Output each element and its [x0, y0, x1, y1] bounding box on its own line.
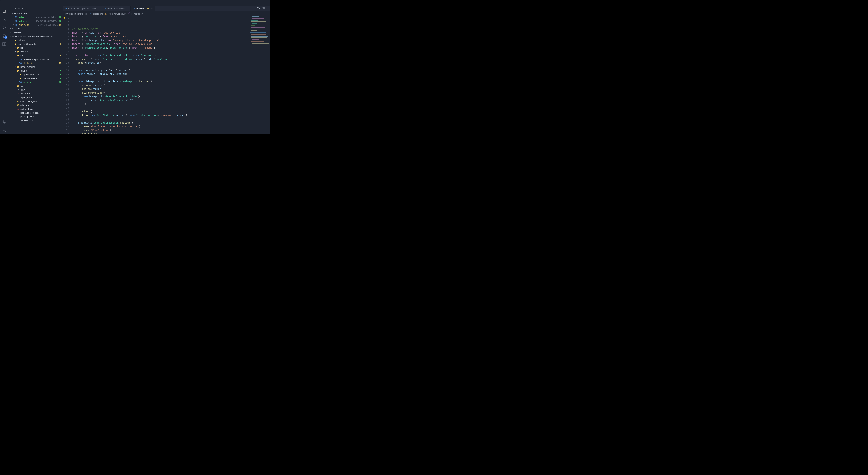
accounts-activity[interactable] — [0, 118, 8, 126]
open-editor-item[interactable]: TSindex.ts~/my-eks-blueprints/tea…U — [8, 19, 63, 23]
file-path: ~/my-eks-blueprints/… — [37, 24, 58, 26]
folder-icon: 📁 — [19, 73, 22, 76]
tree-item[interactable]: ▫.npmignore — [8, 95, 63, 99]
workspace-header[interactable]: ⌄ EC2-USER [SSH: EKS-BLUEPRINT-REMOTE] — [8, 34, 63, 38]
file-icon: ▫ — [17, 111, 20, 114]
run-debug-activity[interactable] — [0, 23, 8, 32]
open-editor-item[interactable]: ×TSpipeline.ts~/my-eks-blueprints/…M — [8, 23, 63, 27]
tree-item[interactable]: ›📁platform-team — [8, 76, 63, 80]
lightbulb-icon[interactable]: 💡 — [63, 16, 66, 20]
git-status: U — [98, 7, 99, 10]
tree-item[interactable]: ›📁application-team — [8, 72, 63, 76]
tree-item[interactable]: ◉jest.config.js — [8, 107, 63, 111]
more-actions-icon[interactable]: ⋯ — [267, 7, 269, 10]
tree-item[interactable]: ›📁cdk.out — [8, 50, 63, 54]
settings-activity[interactable] — [0, 126, 8, 134]
tree-item-label: cdk.out — [21, 50, 61, 53]
svg-point-13 — [257, 7, 258, 8]
gear-icon: ⚙ — [17, 88, 20, 91]
breadcrumb[interactable]: my-eks-blueprints › lib › TS pipeline.ts… — [63, 11, 271, 16]
editor-tab[interactable]: TSindex.ts~/.../teamsU — [101, 5, 130, 11]
menu-button[interactable] — [1, 0, 10, 5]
titlebar — [0, 0, 271, 5]
tree-item[interactable]: ⌄📂teams — [8, 69, 63, 72]
editor-tabs: TSindex.ts~/.../application-teamUTSindex… — [63, 5, 271, 11]
file-icon: ▫ — [17, 115, 20, 118]
outline-header[interactable]: › OUTLINE — [8, 27, 63, 31]
tree-item[interactable]: { }cdk.context.json — [8, 99, 63, 103]
git-status: U — [59, 16, 61, 19]
tree-item[interactable]: ›📁bin — [8, 46, 63, 50]
editor-tab[interactable]: TSpipeline.tsM× — [130, 5, 155, 11]
breadcrumb-item[interactable]: my-eks-blueprints — [65, 12, 83, 15]
source-control-activity[interactable]: 18 — [0, 32, 8, 40]
chevron-down-icon: ⌄ — [14, 54, 17, 57]
tree-item[interactable]: ▫package-lock.json — [8, 111, 63, 115]
tree-item[interactable]: ⚙.env — [8, 88, 63, 92]
breadcrumb-item[interactable]: PipelineConstruct — [108, 12, 126, 15]
breadcrumb-item[interactable]: lib — [85, 12, 88, 15]
svg-rect-7 — [3, 44, 4, 46]
chevron-right-icon: › — [14, 66, 17, 68]
git-status: U — [127, 7, 128, 10]
breadcrumb-item[interactable]: constructor — [131, 12, 142, 15]
ts-file-icon: TS — [19, 81, 22, 84]
tree-item[interactable]: ◆.gitignore — [8, 92, 63, 95]
folder-open-icon: 📂 — [17, 69, 20, 72]
close-icon[interactable]: × — [12, 24, 15, 26]
open-editor-item[interactable]: TSindex.ts~/my-eks-blueprints/tea…U — [8, 15, 63, 19]
chevron-down-icon: ⌄ — [9, 12, 12, 14]
timeline-header[interactable]: › TIMELINE — [8, 31, 63, 34]
tree-item-label: cdk.out — [18, 39, 61, 41]
breadcrumb-item[interactable]: pipeline.ts — [93, 12, 103, 15]
close-icon[interactable]: × — [151, 7, 153, 10]
tree-item[interactable]: ⌄📂my-eks-blueprints — [8, 42, 63, 46]
activitybar: 18 — [0, 5, 8, 134]
chevron-right-icon: › — [14, 46, 17, 49]
tree-item[interactable]: TSmy-eks-blueprints-stack.ts — [8, 57, 63, 61]
chevron-down-icon: ⌄ — [9, 35, 12, 37]
svg-rect-6 — [3, 42, 4, 44]
tab-name: pipeline.ts — [136, 7, 146, 10]
tree-item[interactable]: ›📁test — [8, 84, 63, 88]
tab-actions: ⋯ — [256, 5, 271, 11]
tree-item-label: platform-team — [23, 77, 59, 80]
compare-changes-icon[interactable] — [257, 7, 260, 10]
tree-item[interactable]: TSpipeline.tsM — [8, 61, 63, 65]
code-content[interactable]: // lib/pipeline.tsimport * as cdk from '… — [72, 16, 271, 134]
svg-point-2 — [3, 18, 5, 20]
extensions-activity[interactable] — [0, 40, 8, 48]
svg-point-12 — [4, 130, 5, 131]
git-status: U — [59, 81, 61, 84]
ts-file-icon: TS — [133, 7, 135, 9]
explorer-activity[interactable] — [0, 7, 8, 15]
tree-item-label: package.json — [21, 115, 61, 118]
editor-tab[interactable]: TSindex.ts~/.../application-teamU — [63, 5, 101, 11]
file-name: index.ts — [19, 16, 33, 19]
svg-point-15 — [259, 8, 259, 8]
ts-file-icon: TS — [19, 62, 22, 64]
svg-point-4 — [3, 37, 4, 37]
split-editor-icon[interactable] — [262, 7, 265, 10]
code-editor[interactable]: 💡 12345678910111213141516171819202122232… — [63, 16, 271, 134]
tree-item-label: package-lock.json — [21, 112, 61, 114]
tree-item[interactable]: ›📁cdk.out — [8, 38, 63, 42]
tree-item[interactable]: ›📁node_modules — [8, 65, 63, 69]
tree-item[interactable]: ▫package.json — [8, 115, 63, 118]
ts-file-icon: TS — [15, 20, 18, 22]
tree-item-label: teams — [21, 69, 59, 72]
sidebar-more-icon[interactable]: ⋯ — [58, 7, 61, 10]
tree-item-label: cdk.json — [21, 104, 61, 106]
tree-item[interactable]: TSindex.tsU — [8, 80, 63, 84]
search-activity[interactable] — [0, 15, 8, 23]
tree-item[interactable]: { }cdk.json — [8, 103, 63, 107]
tree-item[interactable]: ⌄📂lib — [8, 54, 63, 57]
file-path: ~/my-eks-blueprints/tea… — [35, 20, 58, 22]
git-dot — [60, 55, 61, 56]
open-editors-header[interactable]: ⌄ OPEN EDITORS — [8, 11, 63, 15]
editor-area: TSindex.ts~/.../application-teamUTSindex… — [63, 5, 271, 134]
chevron-right-icon: › — [9, 31, 12, 34]
class-icon — [105, 12, 107, 15]
folder-open-icon: 📂 — [17, 54, 20, 57]
tree-item[interactable]: ▼README.md — [8, 118, 63, 122]
